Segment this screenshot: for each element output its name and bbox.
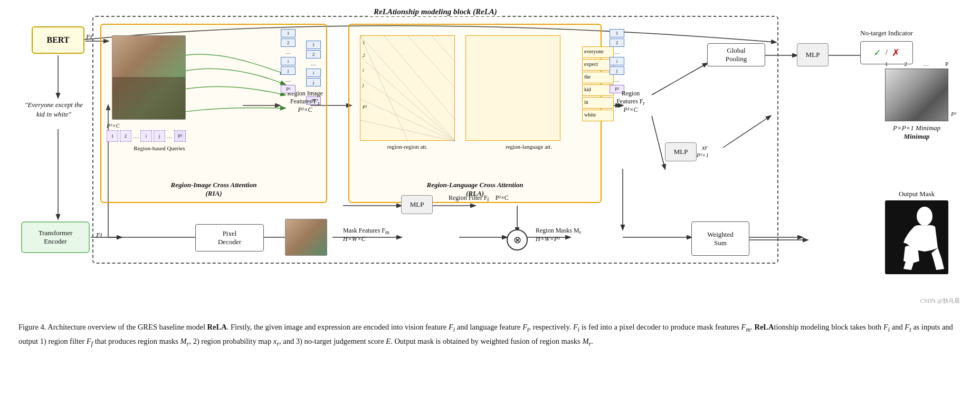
mlp-bottom-box: MLP — [401, 195, 433, 214]
query-cell-2: 2 — [120, 130, 131, 142]
rr-row1: 1 — [363, 40, 365, 45]
global-pooling-box: GlobalPooling — [707, 43, 765, 66]
bert-box: BERT — [32, 26, 84, 54]
word-expect: expect — [582, 59, 614, 71]
query-cell-1: 1 — [107, 130, 118, 142]
ria-output-col: 1 2 … i j … P² — [281, 29, 296, 93]
output-mask-box — [885, 200, 948, 274]
ria-block-label: Region-Image Cross Attention(RIA) — [171, 181, 257, 198]
bert-label: BERT — [46, 35, 69, 45]
output-mask-label: Output Mask — [885, 190, 948, 198]
minimap-box — [885, 69, 948, 121]
decoded-image — [285, 219, 327, 256]
minimap-label-2: 2 — [904, 61, 907, 67]
p2-1-label: P²×1 — [697, 152, 709, 158]
rr-row-j: j — [363, 82, 364, 88]
rla-output-col: 1 2 … i j … P² — [610, 29, 624, 93]
svg-line-27 — [360, 78, 455, 141]
notarget-indicator-label: No-target Indicator — [860, 29, 913, 37]
main-container: ReLAtionship modeling block (ReLA) BERT … — [0, 0, 980, 363]
region-queries-label: Region-based Queries — [107, 145, 212, 151]
svg-line-29 — [360, 120, 455, 141]
rr-row2: 2 — [363, 53, 365, 58]
minimap-p2-label: P² — [951, 111, 956, 117]
mlp-xr-box: MLP — [665, 142, 697, 161]
svg-point-35 — [906, 234, 917, 246]
svg-line-33 — [432, 36, 455, 62]
svg-line-32 — [408, 36, 455, 89]
slash-label: / — [886, 49, 888, 57]
region-queries-row: 1 2 … i j … P² — [107, 130, 186, 142]
minimap-top-labels: 1 2 … P — [885, 61, 948, 67]
region-region-att-area: 1 2 i j P² — [360, 35, 455, 141]
watermark: CSDN @勃马晨 — [920, 297, 960, 305]
otimes-symbol: ⊗ — [507, 229, 528, 250]
cross-icon: ✗ — [892, 47, 900, 59]
query-cell-i: i — [140, 130, 152, 142]
i-label: i — [133, 78, 135, 84]
svg-line-25 — [360, 36, 455, 141]
ria-image — [112, 35, 186, 120]
mask-features-label: Mask Features FmH×W×C — [343, 227, 389, 243]
rr-row-p: P² — [363, 104, 367, 110]
pixel-decoder-box: PixelDecoder — [195, 224, 264, 252]
region-language-att-label: region-language att. — [465, 143, 592, 150]
svg-line-31 — [384, 36, 455, 120]
word-the: the — [582, 72, 614, 83]
weighted-sum-label: WeightedSum — [707, 230, 734, 247]
transformer-label: TransformerEncoder — [39, 229, 73, 246]
minimap-label-1: 1 — [885, 61, 888, 67]
query-text: "Everyone except thekid in white" — [22, 100, 85, 119]
ria-dim-label: P²×C — [107, 122, 120, 129]
arrow-to-mask — [749, 232, 813, 248]
region-region-att-label: region-region att. — [360, 143, 455, 150]
region-filter-label: Region Filter Ff P²×C — [449, 194, 509, 202]
ft-label: Ft — [86, 33, 92, 41]
silhouette-svg — [885, 200, 948, 274]
mlp-top-box: MLP — [797, 43, 829, 66]
check-icon: ✓ — [873, 47, 881, 59]
crosshatch-svg — [360, 36, 455, 141]
svg-line-26 — [360, 57, 455, 141]
minimap-label-p: P — [945, 61, 948, 67]
svg-point-34 — [917, 207, 933, 226]
caption-area: Figure 4. Architecture overview of the G… — [16, 315, 964, 352]
diagram-area: ReLAtionship modeling block (ReLA) BERT … — [16, 11, 964, 306]
word-everyone: everyone — [582, 46, 614, 58]
transformer-encoder-box: TransformerEncoder — [21, 221, 90, 253]
j-label: j — [144, 88, 145, 94]
query-cell-p: P² — [174, 130, 186, 142]
minimap-label-dots: … — [923, 61, 929, 67]
figure-num: Figure 4. — [18, 323, 46, 331]
global-pooling-label: GlobalPooling — [726, 46, 747, 63]
pixel-decoder-label: PixelDecoder — [218, 229, 241, 246]
region-masks-label: Region Masks MrH×W×P² — [536, 227, 581, 243]
query-dots: … — [133, 133, 139, 139]
fi-label: Fi — [96, 231, 102, 239]
query-cell-j: j — [154, 130, 165, 142]
weighted-sum-box: WeightedSum — [691, 221, 749, 256]
query-dots-2: … — [167, 133, 173, 139]
region-language-att-area: everyone expect the kid in white — [465, 35, 560, 141]
rela-block-label: ReLAtionship modeling block (ReLA) — [370, 7, 500, 16]
svg-line-28 — [360, 99, 455, 141]
rr-row-i: i — [363, 67, 364, 73]
xr-label: xr — [702, 143, 708, 152]
rla-block: 1 2 i j P² region-region att. everyone e… — [348, 24, 602, 203]
region-features-label: RegionFeatures FrP²×C — [607, 90, 654, 114]
minimap-label-text: P×P×1 Minimap Minimap — [885, 124, 948, 141]
